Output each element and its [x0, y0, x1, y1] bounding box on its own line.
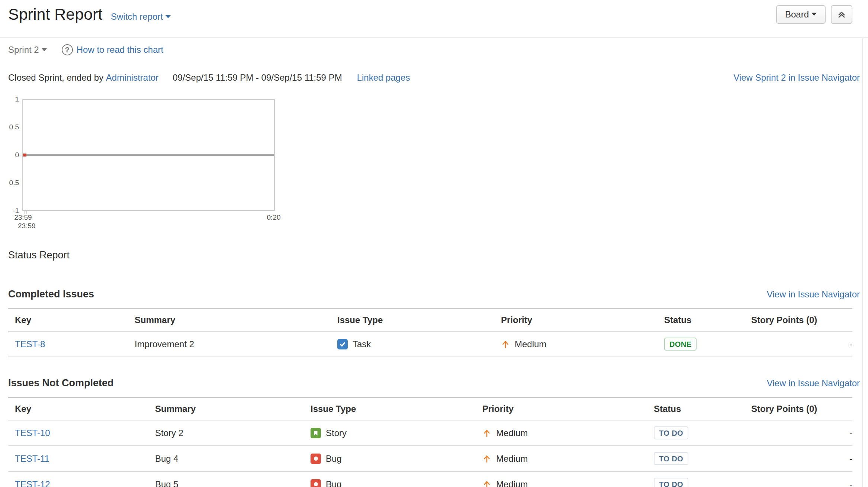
x-tick-label: 0:20: [267, 213, 281, 222]
how-to-read-link[interactable]: How to read this chart: [77, 45, 163, 55]
priority-label: Medium: [515, 339, 546, 350]
board-button-label: Board: [785, 9, 809, 20]
table-header-row: Key Summary Issue Type Priority Status S…: [8, 398, 852, 420]
column-header-issue-type: Issue Type: [304, 398, 476, 420]
view-sprint-in-navigator-link[interactable]: View Sprint 2 in Issue Navigator: [733, 72, 860, 83]
priority-medium-icon: [482, 454, 491, 463]
chevron-down-icon: [42, 48, 47, 51]
status-badge: TO DO: [654, 452, 688, 465]
closed-sprint-text: Closed Sprint, ended by Administrator: [8, 72, 158, 83]
issues-not-completed-title: Issues Not Completed: [8, 377, 114, 389]
priority-medium-icon: [482, 429, 491, 438]
priority-label: Medium: [496, 453, 528, 464]
chart-axis-tick: [20, 155, 23, 155]
issues-not-completed-table: Key Summary Issue Type Priority Status S…: [8, 397, 852, 487]
bug-icon: [311, 479, 321, 487]
view-in-issue-navigator-link[interactable]: View in Issue Navigator: [767, 289, 860, 300]
sprint-meta-row: Closed Sprint, ended by Administrator 09…: [0, 72, 868, 83]
linked-pages-link[interactable]: Linked pages: [357, 72, 410, 83]
task-icon: [337, 339, 348, 349]
priority-medium-icon: [501, 340, 510, 349]
issue-summary: Story 2: [148, 420, 304, 446]
status-badge: TO DO: [654, 478, 688, 487]
table-row: TEST-10 Story 2 Story Medi: [8, 420, 852, 446]
bug-icon: [311, 454, 321, 464]
chart-series-start-marker: [23, 154, 26, 157]
table-header-row: Key Summary Issue Type Priority Status S…: [8, 309, 852, 332]
sprint-selector-dropdown[interactable]: Sprint 2: [8, 45, 47, 55]
story-points-value: -: [745, 471, 852, 487]
y-tick-label: 0.5: [9, 123, 19, 131]
vertical-scrollbar[interactable]: [862, 38, 868, 487]
view-in-issue-navigator-link[interactable]: View in Issue Navigator: [767, 378, 860, 388]
column-header-summary: Summary: [148, 398, 304, 420]
story-icon: [311, 428, 321, 438]
issue-type-label: Bug: [326, 453, 342, 464]
issue-type-label: Bug: [326, 479, 342, 487]
double-chevron-up-icon: [836, 9, 847, 20]
status-badge: DONE: [664, 338, 697, 351]
issue-key-link[interactable]: TEST-11: [15, 454, 49, 464]
status-badge: TO DO: [654, 426, 688, 439]
status-report-title: Status Report: [8, 249, 868, 261]
y-tick-label: 1: [15, 95, 19, 103]
column-header-summary: Summary: [128, 309, 331, 332]
chevron-down-icon: [811, 13, 817, 16]
issue-type-label: Task: [353, 339, 371, 350]
story-points-value: -: [745, 420, 852, 446]
administrator-link[interactable]: Administrator: [106, 72, 158, 83]
story-points-value: -: [745, 446, 852, 471]
sprint-toolbar: Sprint 2 ? How to read this chart: [0, 38, 868, 55]
issue-summary: Bug 4: [148, 446, 304, 471]
closed-sprint-label: Closed Sprint, ended by: [8, 72, 103, 83]
y-tick-label: 0: [15, 151, 19, 159]
column-header-story-points: Story Points (0): [745, 398, 852, 420]
issue-type-label: Story: [326, 428, 347, 439]
page-title: Sprint Report: [8, 5, 102, 23]
sprint-selector-label: Sprint 2: [8, 45, 39, 55]
page-header: Sprint Report Switch report Board: [0, 0, 868, 38]
chart-zero-guideline: [23, 154, 274, 156]
chart-plot-area: [22, 99, 275, 211]
completed-issues-table: Key Summary Issue Type Priority Status S…: [8, 308, 852, 357]
x-tick-label: 23:59: [14, 213, 32, 222]
priority-label: Medium: [496, 479, 528, 487]
chart-x-axis: 23:59 23:59 0:20: [22, 211, 275, 232]
completed-issues-section: Completed Issues View in Issue Navigator…: [8, 288, 860, 357]
story-points-value: -: [745, 331, 852, 357]
table-row: TEST-8 Improvement 2 Task: [8, 331, 852, 357]
collapse-header-button[interactable]: [831, 5, 852, 24]
chevron-down-icon: [165, 15, 171, 18]
y-tick-label: 0.5: [9, 179, 19, 187]
issue-summary: Bug 5: [148, 471, 304, 487]
issue-key-link[interactable]: TEST-10: [15, 428, 50, 438]
issue-key-link[interactable]: TEST-8: [15, 339, 45, 349]
priority-label: Medium: [496, 428, 528, 439]
table-row: TEST-12 Bug 5 Bug Medium T: [8, 471, 852, 487]
priority-medium-icon: [482, 480, 491, 487]
burndown-chart: 1 0.5 0 0.5 -1 23:59 23:59 0:20: [8, 99, 291, 232]
issues-not-completed-section: Issues Not Completed View in Issue Navig…: [8, 377, 860, 487]
column-header-priority: Priority: [494, 309, 658, 332]
how-to-read-group: ? How to read this chart: [62, 44, 163, 55]
column-header-status: Status: [647, 398, 745, 420]
column-header-priority: Priority: [476, 398, 647, 420]
column-header-status: Status: [658, 309, 745, 332]
column-header-story-points: Story Points (0): [745, 309, 852, 332]
switch-report-label: Switch report: [111, 12, 163, 22]
completed-issues-title: Completed Issues: [8, 288, 94, 300]
header-buttons: Board: [776, 5, 852, 24]
column-header-issue-type: Issue Type: [331, 309, 494, 332]
issue-summary: Improvement 2: [128, 331, 331, 357]
help-question-icon: ?: [62, 44, 73, 55]
x-tick-sub-label: 23:59: [18, 222, 36, 230]
column-header-key: Key: [8, 398, 148, 420]
table-row: TEST-11 Bug 4 Bug Medium T: [8, 446, 852, 471]
switch-report-dropdown[interactable]: Switch report: [111, 12, 171, 22]
issue-key-link[interactable]: TEST-12: [15, 479, 50, 487]
sprint-date-range: 09/Sep/15 11:59 PM - 09/Sep/15 11:59 PM: [173, 72, 342, 83]
board-menu-button[interactable]: Board: [776, 5, 826, 24]
column-header-key: Key: [8, 309, 128, 332]
